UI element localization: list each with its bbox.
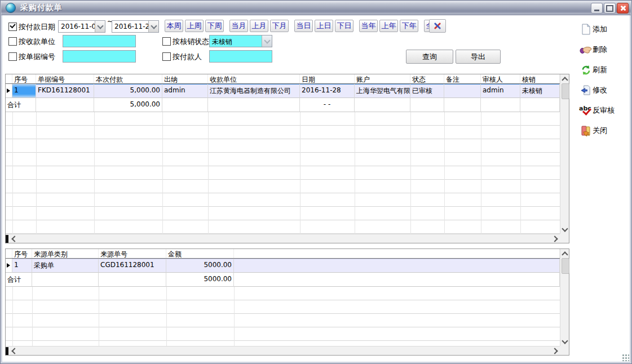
docno-input[interactable] xyxy=(63,50,136,63)
unaudit-button[interactable]: abc 反审核 xyxy=(579,103,631,118)
resize-grip[interactable] xyxy=(622,354,629,361)
quick-this-week-button[interactable]: 本周 xyxy=(165,20,183,32)
scroll-right-button[interactable] xyxy=(551,234,560,243)
quick-prev-day-button[interactable]: 上日 xyxy=(315,20,333,32)
window-controls xyxy=(591,3,629,14)
cell-money: 5000.00 xyxy=(166,259,234,273)
quick-last-month-button[interactable]: 上月 xyxy=(250,20,268,32)
add-document-icon xyxy=(579,23,593,35)
col-seq[interactable]: 序号 xyxy=(12,74,36,83)
date-from-combo[interactable]: 2016-11-01 xyxy=(58,20,105,33)
scrollbar-thumb[interactable] xyxy=(562,83,569,99)
close-button[interactable] xyxy=(617,3,629,14)
col-payee[interactable]: 收款单位 xyxy=(208,74,300,83)
quick-next-year-button[interactable]: 下年 xyxy=(400,20,418,32)
col-money[interactable]: 金额 xyxy=(166,249,234,258)
col-account[interactable]: 账户 xyxy=(355,74,410,83)
cell-seq: 1 xyxy=(12,84,36,98)
verify-status-combo[interactable]: 未核销 xyxy=(209,35,272,47)
payer-checkbox[interactable] xyxy=(162,52,171,61)
quick-next-day-button[interactable]: 下日 xyxy=(335,20,353,32)
quick-next-week-button[interactable]: 下周 xyxy=(205,20,224,32)
verify-status-checkbox[interactable] xyxy=(162,37,171,46)
verify-status-value: 未核销 xyxy=(210,35,262,47)
cell-account: 上海华翌电气有限· xyxy=(355,84,410,98)
titlebar: 采购付款单 xyxy=(1,1,631,15)
cell-status: 已审核 xyxy=(410,84,444,98)
quick-this-year-button[interactable]: 当年 xyxy=(359,20,378,32)
quick-last-year-button[interactable]: 上年 xyxy=(379,20,398,32)
close-icon xyxy=(620,5,626,11)
col-auditor[interactable]: 审核人 xyxy=(481,74,520,83)
cell-source-type: 采购单 xyxy=(32,259,99,273)
quick-today-button[interactable]: 当日 xyxy=(294,20,313,32)
payer-input[interactable] xyxy=(209,50,272,63)
source-table-row[interactable]: 1 采购单 CGD161128001 5000.00 xyxy=(6,259,560,273)
cell-amount: 5,000.00 xyxy=(94,84,162,98)
col-verify[interactable]: 核销 xyxy=(520,74,560,83)
docno-label: 按单据编号 xyxy=(19,52,55,62)
cell-blank xyxy=(234,259,560,273)
query-button[interactable]: 查询 xyxy=(406,50,453,64)
vertical-scrollbar[interactable] xyxy=(560,249,569,346)
verify-status-dropdown-button[interactable] xyxy=(262,35,272,47)
col-status[interactable]: 状态 xyxy=(410,74,444,83)
cell-payee: 江苏黄海电器制造有限公司 xyxy=(208,84,300,98)
col-source-type[interactable]: 来源单类别 xyxy=(32,249,99,258)
refresh-label: 刷新 xyxy=(593,65,607,75)
add-button[interactable]: 添加 xyxy=(579,22,631,37)
source-table-total-row: 合计 5000.00 xyxy=(6,273,560,287)
quick-this-month-button[interactable]: 当月 xyxy=(229,20,248,32)
scrollbar-divider xyxy=(6,347,8,355)
payment-date-checkbox[interactable] xyxy=(8,23,17,31)
chevron-down-icon xyxy=(97,23,103,29)
scroll-down-button[interactable] xyxy=(560,337,569,346)
scroll-down-button[interactable] xyxy=(560,225,569,234)
date-to-combo[interactable]: 2016-11-28 xyxy=(112,20,159,33)
close-window-label: 关闭 xyxy=(593,126,607,136)
scroll-up-button[interactable] xyxy=(560,249,569,258)
docno-checkbox[interactable] xyxy=(8,52,17,61)
col-date[interactable]: 日期 xyxy=(300,74,355,83)
vertical-scrollbar[interactable] xyxy=(560,74,569,234)
payment-table-row[interactable]: 1 FKD161128001 5,000.00 admin 江苏黄海电器制造有限… xyxy=(6,84,560,98)
chevron-down-icon xyxy=(562,225,568,232)
delete-button[interactable]: 删除 xyxy=(579,42,631,57)
quick-next-month-button[interactable]: 下月 xyxy=(270,20,289,32)
scroll-left-button[interactable] xyxy=(9,234,18,243)
total-empty xyxy=(410,98,444,112)
payee-checkbox[interactable] xyxy=(8,37,17,46)
quick-last-week-button[interactable]: 上周 xyxy=(185,20,204,32)
scroll-up-button[interactable] xyxy=(560,74,569,83)
horizontal-scrollbar[interactable] xyxy=(6,234,560,243)
minimize-button[interactable] xyxy=(591,3,603,14)
col-amount[interactable]: 本次付款 xyxy=(94,74,162,83)
current-row-indicator xyxy=(6,259,12,273)
date-to-dropdown-button[interactable] xyxy=(148,21,158,32)
modify-button[interactable]: 修改 xyxy=(579,83,631,97)
export-button[interactable]: 导出 xyxy=(456,50,501,64)
scroll-left-button[interactable] xyxy=(9,347,18,356)
col-seq[interactable]: 序号 xyxy=(12,249,32,258)
refresh-button[interactable]: 刷新 xyxy=(579,63,631,77)
col-blank xyxy=(234,249,560,258)
horizontal-scrollbar[interactable] xyxy=(6,346,560,355)
date-from-dropdown-button[interactable] xyxy=(95,21,105,32)
total-amount: 5000.00 xyxy=(166,273,234,287)
cell-verify: 未核销 xyxy=(520,84,560,98)
close-window-button[interactable]: 关闭 xyxy=(579,123,631,138)
maximize-icon xyxy=(606,5,613,12)
col-remark[interactable]: 备注 xyxy=(444,74,481,83)
scrollbar-thumb[interactable] xyxy=(562,258,569,274)
refresh-icon xyxy=(579,64,593,76)
maximize-button[interactable] xyxy=(604,3,616,14)
col-doc-no[interactable]: 单据编号 xyxy=(36,74,94,83)
filter-tools-button[interactable] xyxy=(429,19,446,33)
payment-table: 序号 单据编号 本次付款 出纳 收款单位 日期 账户 状态 备注 审核人 核销 … xyxy=(5,74,569,243)
col-source-no[interactable]: 来源单号 xyxy=(99,249,166,258)
payee-label: 按收款单位 xyxy=(19,37,55,47)
col-cashier[interactable]: 出纳 xyxy=(162,74,208,83)
scroll-right-button[interactable] xyxy=(551,347,560,356)
add-label: 添加 xyxy=(593,24,607,34)
payee-input[interactable] xyxy=(63,35,136,47)
